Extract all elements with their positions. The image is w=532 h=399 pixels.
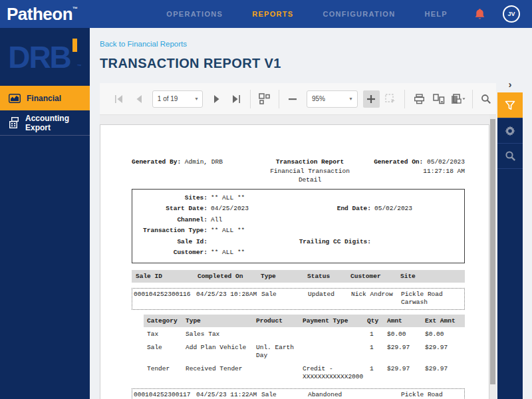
- sale-id-cell: 000104252300116: [132, 291, 194, 299]
- toolbar-separator: [250, 90, 251, 108]
- main-content: Back to Financial Reports TRANSACTION RE…: [90, 28, 532, 399]
- column-header: Customer: [346, 273, 396, 280]
- search-button[interactable]: [497, 143, 523, 168]
- nav-reports[interactable]: REPORTS: [252, 10, 293, 18]
- qty-cell: 1: [364, 344, 384, 352]
- filter-funnel-icon: [505, 100, 515, 110]
- chevron-down-icon: ▾: [195, 96, 198, 102]
- notifications-bell-icon[interactable]: [474, 8, 485, 21]
- first-page-button[interactable]: [110, 90, 127, 108]
- last-page-button[interactable]: [228, 90, 245, 108]
- right-toolbar-background: [497, 168, 523, 399]
- customer-cell: Nick Androw: [347, 291, 397, 299]
- collapse-rail-chevron-icon[interactable]: ›: [497, 78, 523, 92]
- transaction-row: 000104252300117 04/25/23 11:22AM Sale Ab…: [132, 388, 465, 399]
- sidebar: DRB™ Financial Accounting Export: [0, 28, 90, 399]
- report-title: Transaction Report: [265, 158, 355, 167]
- patheon-logo[interactable]: Patheon™: [7, 4, 78, 25]
- back-to-financial-reports-link[interactable]: Back to Financial Reports: [100, 40, 187, 48]
- vertical-scrollbar[interactable]: [489, 115, 496, 399]
- completed-on-cell: 04/25/23 10:28AM: [194, 291, 257, 299]
- ext-amnt-cell: $29.97: [422, 365, 466, 373]
- settings-button[interactable]: [497, 118, 523, 143]
- customer-label: Customer:: [136, 247, 211, 259]
- calculator-icon: [9, 117, 19, 128]
- scrollbar-thumb[interactable]: [490, 119, 495, 384]
- page-title: TRANSACTION REPORT V1: [100, 56, 281, 71]
- previous-page-button[interactable]: [130, 90, 146, 108]
- site-cell: Pickle Road Carwash: [397, 291, 466, 307]
- zoom-out-button[interactable]: [285, 90, 301, 108]
- document-area: Generated By: Admin, DRB Transaction Rep…: [100, 115, 489, 399]
- transaction-detail-table: Category Type Product Payment Type Qty A…: [144, 315, 465, 383]
- page-thumbnails-button[interactable]: [256, 90, 273, 108]
- transaction-row: 000104252300116 04/25/23 10:28AM Sale Up…: [132, 288, 465, 310]
- status-cell: Abandoned: [304, 391, 347, 399]
- brand-text: Patheon: [7, 4, 72, 24]
- column-header: Qty: [364, 317, 384, 325]
- chart-icon: [9, 94, 21, 103]
- amnt-cell: $0.00: [384, 331, 422, 338]
- drb-logo-text: DRB: [8, 40, 70, 74]
- filter-button[interactable]: [497, 92, 523, 118]
- transactions-table-header: Sale ID Completed On Type Status Custome…: [132, 270, 465, 283]
- nav-help[interactable]: HELP: [424, 10, 448, 18]
- page-indicator-combo[interactable]: 1 of 19 ▾: [152, 90, 203, 108]
- sidebar-item-accounting-export[interactable]: Accounting Export: [0, 110, 90, 135]
- sidebar-item-label: Accounting Export: [25, 114, 90, 132]
- qty-cell: 1: [364, 331, 384, 338]
- report-filters-box: Sites: ** ALL ** Start Date: 04/25/2023 …: [132, 189, 465, 263]
- column-header: Amnt: [384, 317, 422, 325]
- toolbar-separator: [404, 90, 405, 108]
- generated-by-label: Generated By:: [132, 158, 181, 166]
- column-header: Type: [182, 317, 253, 325]
- detail-line-row: Tender Received Tender Credit - XXXXXXXX…: [144, 362, 465, 383]
- nav-configuration[interactable]: CONFIGURATION: [323, 10, 395, 18]
- viewer-toolbar: 1 of 19 ▾ 95% ▾: [100, 83, 496, 115]
- category-cell: Tender: [144, 365, 182, 373]
- text-selection-button[interactable]: [382, 90, 399, 108]
- column-header: Sale ID: [132, 273, 194, 280]
- zoom-in-button[interactable]: [363, 90, 380, 108]
- channel-label: Channel:: [136, 215, 211, 226]
- zoom-level-combo[interactable]: 95% ▾: [307, 90, 358, 108]
- export-button[interactable]: [450, 90, 466, 108]
- sidebar-item-label: Financial: [27, 94, 61, 103]
- sidebar-item-financial[interactable]: Financial: [0, 86, 90, 110]
- primary-nav: OPERATIONS REPORTS CONFIGURATION HELP: [166, 10, 448, 18]
- zoom-level-value: 95%: [312, 95, 325, 102]
- transaction-type-label: Transaction Type:: [136, 225, 211, 237]
- detail-table-header: Category Type Product Payment Type Qty A…: [144, 315, 465, 327]
- sites-label: Sites:: [136, 193, 211, 204]
- gear-icon: [504, 125, 516, 137]
- channel-value: All: [211, 215, 460, 226]
- ext-amnt-cell: $0.00: [422, 331, 466, 338]
- nav-operations[interactable]: OPERATIONS: [166, 10, 223, 18]
- drb-logo: DRB™: [0, 39, 90, 72]
- brand-trademark: ™: [72, 6, 78, 12]
- next-page-button[interactable]: [208, 90, 225, 108]
- report-viewer: 1 of 19 ▾ 95% ▾: [100, 83, 496, 399]
- top-navbar: Patheon™ OPERATIONS REPORTS CONFIGURATIO…: [0, 0, 532, 28]
- detail-line-row: Sale Add Plan Vehicle Unl. Earth Day 1 $…: [144, 340, 465, 362]
- sale-id-label: Sale Id:: [136, 237, 211, 248]
- category-cell: Tax: [144, 331, 182, 338]
- amnt-cell: $29.97: [384, 344, 422, 352]
- print-button[interactable]: [410, 90, 427, 108]
- chevron-down-icon: ▾: [350, 96, 352, 102]
- end-date-label: End Date:: [296, 203, 374, 215]
- product-cell: Unl. Earth Day: [253, 344, 299, 360]
- column-header: Site: [396, 273, 466, 280]
- trailing-cc-value: [374, 237, 460, 248]
- user-avatar[interactable]: JV: [503, 5, 520, 23]
- page-indicator-value: 1 of 19: [158, 95, 178, 102]
- toolbar-separator: [279, 90, 279, 108]
- sidebar-divider: [0, 135, 90, 136]
- search-document-button[interactable]: [478, 90, 495, 108]
- completed-on-cell: 04/25/23 11:22AM: [194, 391, 257, 399]
- column-header: Completed On: [194, 273, 257, 280]
- start-date-value: 04/25/2023: [211, 203, 296, 215]
- print-current-page-button[interactable]: [430, 90, 447, 108]
- report-subtitle: Financial Transaction Detail: [265, 167, 355, 185]
- end-date-value: 05/02/2023: [374, 203, 460, 215]
